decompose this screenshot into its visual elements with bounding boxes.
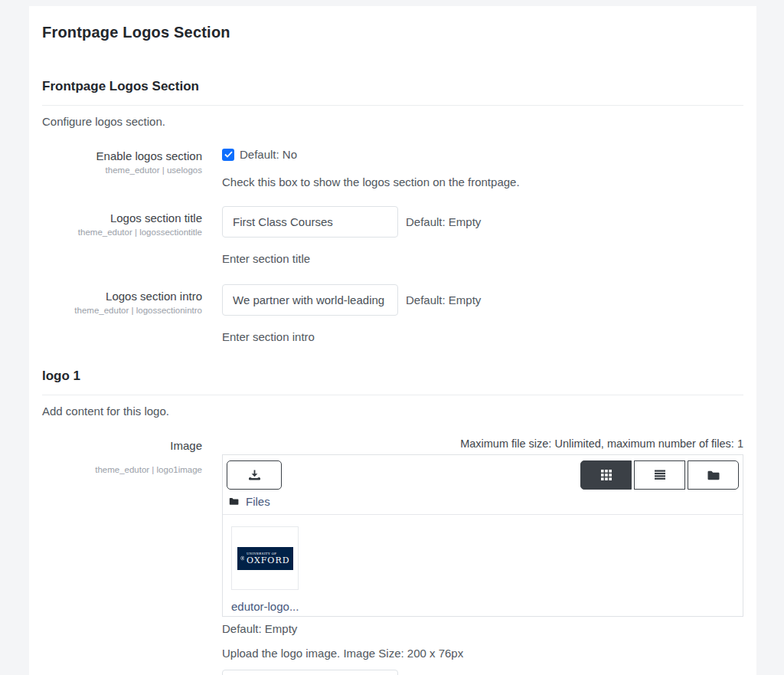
setting-label-text: Enable logos section	[42, 149, 202, 162]
section-intro-logos: Configure logos section.	[42, 115, 743, 128]
setting-name-text: theme_edutor | logossectiontitle	[42, 228, 202, 237]
setting-row-logossectionintro: Logos section intro theme_edutor | logos…	[42, 284, 743, 343]
control-line: Default: Empty	[222, 206, 743, 238]
settings-page-card: Frontpage Logos Section Frontpage Logos …	[29, 6, 756, 675]
setting-row-uselogos: Enable logos section theme_edutor | usel…	[42, 148, 743, 188]
logos-section-title-input[interactable]	[222, 206, 398, 238]
page-title: Frontpage Logos Section	[42, 24, 743, 41]
setting-label-logossectionintro: Logos section intro theme_edutor | logos…	[42, 284, 222, 343]
check-icon	[224, 151, 233, 158]
filemanager-restrictions: Maximum file size: Unlimited, maximum nu…	[222, 437, 743, 450]
setting-label-text: Logos section intro	[42, 290, 202, 303]
setting-control-logossectionintro: Default: Empty Enter section intro	[222, 284, 743, 343]
grid-view-icon	[600, 469, 612, 481]
breadcrumb-files-link[interactable]: Files	[246, 495, 270, 508]
setting-control-logo1image: Maximum file size: Unlimited, maximum nu…	[222, 437, 743, 660]
control-line: Default: Empty	[222, 284, 743, 316]
setting-help: Check this box to show the logos section…	[222, 175, 743, 188]
oxford-logo-text: UNIVERSITY OF OXFORD	[247, 552, 289, 565]
grid-view-button[interactable]	[580, 460, 632, 490]
file-thumbnail-card[interactable]: UNIVERSITY OF OXFORD edutor-logo...	[231, 526, 300, 613]
default-note: Default: Empty	[406, 293, 481, 306]
section-divider	[42, 105, 743, 106]
filemanager-file-area: UNIVERSITY OF OXFORD edutor-logo...	[223, 514, 743, 616]
file-thumbnail: UNIVERSITY OF OXFORD	[231, 526, 299, 590]
filemanager-toolbar	[223, 455, 743, 491]
folder-view-icon	[707, 470, 720, 481]
setting-name-text: theme_edutor | logossectionintro	[42, 306, 202, 315]
setting-label-text: Image	[42, 439, 202, 452]
setting-label-logo1url: Logo link theme_edutor | logo1url	[42, 670, 222, 675]
setting-name-text: theme_edutor | uselogos	[42, 165, 202, 175]
oxford-logo-image: UNIVERSITY OF OXFORD	[237, 547, 293, 570]
logos-section-intro-input[interactable]	[222, 284, 398, 316]
setting-name-text: theme_edutor | logo1image	[42, 465, 202, 474]
default-note: Default: Empty	[406, 215, 481, 228]
list-view-icon	[654, 470, 666, 480]
control-line: Default: Empty	[222, 670, 743, 675]
folder-icon	[229, 497, 239, 506]
add-file-button[interactable]	[227, 460, 282, 490]
setting-help: Enter section title	[222, 252, 743, 265]
oxford-line2: OXFORD	[247, 556, 289, 565]
setting-label-text: Logos section title	[42, 211, 202, 224]
section-intro-logo1: Add content for this logo.	[42, 405, 743, 418]
setting-control-logo1url: Default: Empty Enter the target URL of t…	[222, 670, 743, 675]
logo-link-input[interactable]	[222, 670, 398, 675]
setting-label-logossectiontitle: Logos section title theme_edutor | logos…	[42, 206, 222, 265]
filemanager: Files UNIVERS	[222, 454, 743, 617]
view-toggle-group	[580, 460, 739, 490]
tree-view-button[interactable]	[688, 460, 739, 490]
setting-help: Enter section intro	[222, 330, 743, 343]
section-heading-logos: Frontpage Logos Section	[42, 79, 743, 94]
filemanager-breadcrumb: Files	[223, 491, 743, 514]
list-view-button[interactable]	[634, 460, 685, 490]
enable-logos-checkbox[interactable]	[222, 149, 234, 161]
section-divider	[42, 395, 743, 395]
setting-row-logossectiontitle: Logos section title theme_edutor | logos…	[42, 206, 743, 265]
setting-label-logo1image: Image theme_edutor | logo1image	[42, 437, 222, 660]
oxford-crest-icon	[240, 552, 245, 564]
oxford-line1: UNIVERSITY OF	[247, 552, 289, 555]
file-name: edutor-logo...	[231, 600, 300, 613]
checkbox-label: Default: No	[240, 148, 297, 161]
setting-label-uselogos: Enable logos section theme_edutor | usel…	[42, 148, 222, 188]
setting-control-uselogos: Default: No Check this box to show the l…	[222, 148, 743, 188]
section-heading-logo1: logo 1	[42, 369, 743, 384]
setting-row-logo1url: Logo link theme_edutor | logo1url Defaul…	[42, 670, 743, 675]
setting-help: Upload the logo image. Image Size: 200 x…	[222, 647, 743, 660]
default-note: Default: Empty	[222, 622, 743, 635]
setting-row-logo1image: Image theme_edutor | logo1image Maximum …	[42, 437, 743, 660]
setting-control-logossectiontitle: Default: Empty Enter section title	[222, 206, 743, 265]
download-icon	[248, 470, 261, 481]
checkbox-line: Default: No	[222, 148, 743, 161]
